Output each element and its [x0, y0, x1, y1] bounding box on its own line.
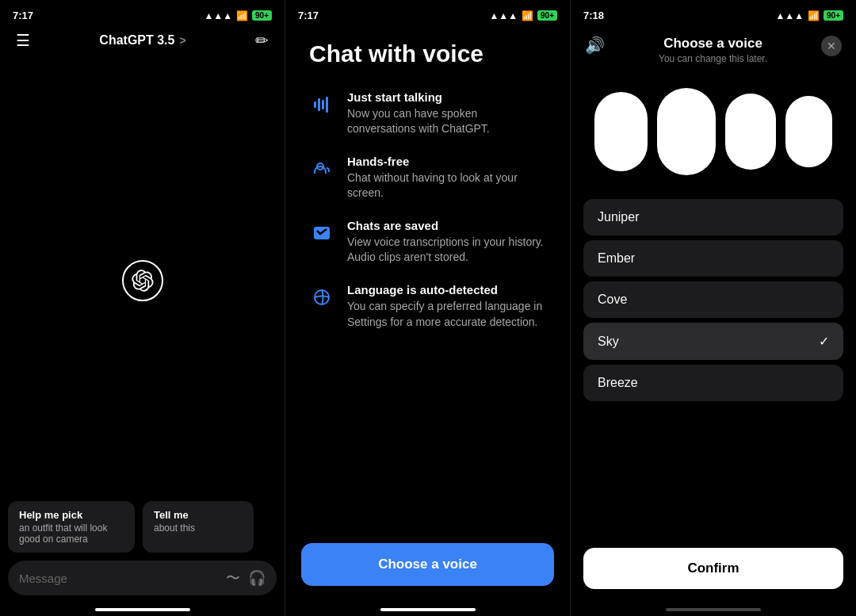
- choose-voice-subtitle: You can change this later.: [659, 53, 767, 64]
- status-bar-2: 7:17 ▲▲▲ 📶 90+: [285, 0, 570, 25]
- time-3: 7:18: [583, 10, 604, 21]
- wave-blob-1: [594, 92, 648, 171]
- feature-text-2: Chats are saved View voice transcription…: [347, 219, 546, 266]
- menu-button[interactable]: ☰: [16, 31, 30, 50]
- chat-with-voice-title: Chat with voice: [309, 40, 546, 68]
- battery-badge-2: 90+: [537, 10, 557, 21]
- feature-item-3: Language is auto-detected You can specif…: [309, 283, 546, 330]
- chatgpt-logo-svg: [132, 270, 154, 292]
- wifi-icon-3: 📶: [808, 10, 820, 21]
- signal-icon-2: ▲▲▲: [489, 10, 518, 21]
- home-indicator-1: [95, 608, 190, 611]
- chip-sub-1: about this: [154, 522, 243, 534]
- feature-title-0: Just start talking: [347, 90, 546, 104]
- wifi-icon-2: 📶: [522, 10, 533, 21]
- feature-desc-2: View voice transcriptions in your histor…: [347, 235, 546, 266]
- feature-text-0: Just start talking Now you can have spok…: [347, 90, 546, 137]
- time-1: 7:17: [13, 10, 33, 21]
- feature-desc-3: You can specify a preferred language in …: [347, 299, 546, 330]
- p2-content: Chat with voice Just start talking Now y…: [285, 25, 570, 534]
- suggestion-chip-1[interactable]: Tell me about this: [143, 501, 254, 553]
- feature-title-3: Language is auto-detected: [347, 283, 546, 297]
- wave-blob-3: [725, 94, 776, 170]
- time-2: 7:17: [298, 10, 319, 21]
- feature-icon-3: [309, 285, 334, 310]
- voice-name-ember: Ember: [598, 251, 635, 266]
- voice-item-breeze[interactable]: Breeze: [583, 365, 843, 401]
- choose-voice-header-title: Choose a voice: [659, 36, 767, 52]
- svg-rect-3: [326, 97, 328, 113]
- waveform-icon[interactable]: 〜: [226, 568, 240, 587]
- svg-rect-2: [322, 100, 324, 109]
- voice-name-cove: Cove: [598, 293, 627, 307]
- chatgpt-logo: [122, 260, 163, 301]
- feature-text-3: Language is auto-detected You can specif…: [347, 283, 546, 330]
- chip-sub-0: an outfit that will look good on camera: [19, 522, 124, 545]
- feature-item-2: Chats are saved View voice transcription…: [309, 219, 546, 266]
- voice-name-juniper: Juniper: [598, 210, 639, 224]
- feature-item-1: Hands-free Chat without having to look a…: [309, 155, 546, 201]
- chatgpt-title: ChatGPT 3.5: [99, 33, 174, 48]
- voice-item-cove[interactable]: Cove: [583, 281, 843, 318]
- panel-choose-voice: 7:18 ▲▲▲ 📶 90+ 🔊 Choose a voice You can …: [571, 0, 856, 616]
- voice-name-breeze: Breeze: [598, 376, 638, 390]
- chevron-right-icon: >: [179, 34, 185, 47]
- feature-desc-1: Chat without having to look at your scre…: [347, 170, 546, 201]
- signal-icon-3: ▲▲▲: [775, 10, 804, 21]
- message-input-bar[interactable]: Message 〜 🎧: [8, 561, 277, 595]
- signal-icon: ▲▲▲: [204, 10, 232, 21]
- status-bar-1: 7:17 ▲▲▲ 📶 90+: [0, 0, 285, 25]
- voice-list: Juniper Ember Cove Sky ✓ Breeze: [571, 199, 856, 538]
- input-icons: 〜 🎧: [226, 568, 266, 587]
- chatgpt-logo-area: [0, 59, 285, 501]
- wave-visualization: [571, 72, 856, 199]
- battery-badge-3: 90+: [824, 10, 843, 21]
- voice-name-sky: Sky: [598, 335, 619, 349]
- confirm-button[interactable]: Confirm: [583, 548, 843, 589]
- panel-chatgpt-main: 7:17 ▲▲▲ 📶 90+ ☰ ChatGPT 3.5 > ✏ Help me…: [0, 0, 285, 616]
- voice-item-juniper[interactable]: Juniper: [583, 199, 843, 235]
- feature-list: Just start talking Now you can have spok…: [309, 90, 546, 331]
- feature-icon-1: [309, 156, 334, 182]
- close-button[interactable]: ✕: [821, 36, 842, 56]
- voice-item-ember[interactable]: Ember: [583, 240, 843, 277]
- chip-title-1: Tell me: [154, 509, 243, 521]
- chip-title-0: Help me pick: [19, 509, 124, 521]
- feature-title-1: Hands-free: [347, 155, 546, 168]
- feature-desc-0: Now you can have spoken conversations wi…: [347, 106, 546, 137]
- feature-icon-2: [309, 220, 334, 246]
- home-indicator-2: [380, 608, 476, 611]
- suggestion-chips: Help me pick an outfit that will look go…: [0, 501, 285, 561]
- p3-title-block: Choose a voice You can change this later…: [659, 36, 767, 64]
- status-icons-3: ▲▲▲ 📶 90+: [775, 10, 843, 21]
- suggestion-chip-0[interactable]: Help me pick an outfit that will look go…: [8, 501, 135, 553]
- speaker-icon: 🔊: [585, 36, 605, 55]
- feature-text-1: Hands-free Chat without having to look a…: [347, 155, 546, 201]
- p3-footer: Confirm: [571, 538, 856, 608]
- status-bar-3: 7:18 ▲▲▲ 📶 90+: [571, 0, 856, 25]
- status-icons-1: ▲▲▲ 📶 90+: [204, 10, 272, 21]
- wave-blob-2: [657, 88, 716, 175]
- voice-item-sky[interactable]: Sky ✓: [583, 323, 843, 360]
- selected-checkmark: ✓: [819, 334, 829, 349]
- headphone-icon[interactable]: 🎧: [248, 569, 266, 587]
- svg-rect-0: [314, 101, 316, 108]
- wifi-icon: 📶: [236, 10, 248, 21]
- p2-footer: Choose a voice: [285, 534, 570, 608]
- wave-blob-4: [785, 96, 832, 167]
- home-indicator-3: [666, 608, 761, 611]
- message-placeholder: Message: [19, 572, 220, 585]
- compose-button[interactable]: ✏: [255, 31, 269, 50]
- feature-title-2: Chats are saved: [347, 219, 546, 232]
- status-icons-2: ▲▲▲ 📶 90+: [489, 10, 557, 21]
- choose-voice-button[interactable]: Choose a voice: [301, 543, 554, 586]
- svg-rect-1: [318, 98, 320, 111]
- battery-badge-1: 90+: [252, 10, 272, 21]
- header-title-area[interactable]: ChatGPT 3.5 >: [99, 33, 185, 48]
- panel-voice-intro: 7:17 ▲▲▲ 📶 90+ Chat with voice Just s: [285, 0, 571, 616]
- p3-header: 🔊 Choose a voice You can change this lat…: [571, 25, 856, 72]
- feature-item-0: Just start talking Now you can have spok…: [309, 90, 546, 137]
- p1-header: ☰ ChatGPT 3.5 > ✏: [0, 25, 285, 59]
- feature-icon-0: [309, 92, 334, 117]
